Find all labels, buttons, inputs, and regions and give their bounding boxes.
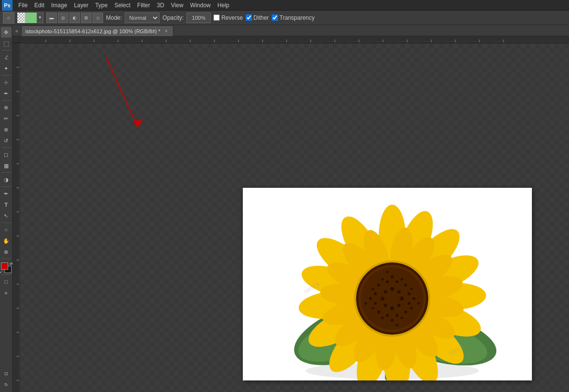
- transparency-checkbox[interactable]: [272, 14, 278, 21]
- reverse-checkbox[interactable]: [213, 14, 220, 21]
- marquee-tool[interactable]: ⬚: [1, 38, 12, 49]
- svg-point-106: [410, 288, 413, 290]
- tab-title: istockphoto-515115854-612x612.jpg @ 100%…: [26, 28, 160, 34]
- menu-layer[interactable]: Layer: [71, 1, 91, 10]
- brush-tool[interactable]: ✏: [1, 113, 12, 124]
- menu-file[interactable]: File: [15, 1, 30, 10]
- tool-sep-7: [1, 222, 11, 223]
- eraser-tool[interactable]: ◻: [1, 149, 12, 160]
- svg-point-92: [396, 314, 398, 317]
- tool-sep-9: [1, 274, 11, 275]
- menu-image[interactable]: Image: [48, 1, 70, 10]
- svg-point-111: [382, 278, 384, 281]
- path-select-tool[interactable]: ↖: [1, 210, 12, 221]
- ps-logo: Ps: [2, 0, 13, 11]
- home-button[interactable]: ⌂: [3, 12, 14, 24]
- document-tab[interactable]: istockphoto-515115854-612x612.jpg @ 100%…: [21, 26, 173, 36]
- menu-window[interactable]: Window: [187, 1, 214, 10]
- svg-point-86: [397, 290, 401, 294]
- reflected-gradient-btn[interactable]: ⊞: [81, 13, 92, 23]
- sunflower-image: istock istock: [243, 188, 532, 380]
- menu-3d[interactable]: 3D: [154, 1, 167, 10]
- svg-point-97: [377, 311, 380, 314]
- tab-scroll-arrow[interactable]: «: [13, 26, 21, 36]
- type-tool[interactable]: T: [1, 199, 12, 210]
- image-canvas: istock istock: [243, 188, 532, 380]
- radial-gradient-btn[interactable]: ◎: [58, 13, 68, 23]
- workspace: « istockphoto-515115854-612x612.jpg @ 10…: [13, 25, 569, 392]
- foreground-color[interactable]: [1, 262, 8, 270]
- tabs-bar: « istockphoto-515115854-612x612.jpg @ 10…: [13, 25, 569, 36]
- svg-marker-37: [133, 120, 143, 128]
- menu-edit[interactable]: Edit: [31, 1, 47, 10]
- svg-line-36: [106, 58, 138, 128]
- menu-select[interactable]: Select: [111, 1, 133, 10]
- gradient-swatch[interactable]: [17, 13, 37, 23]
- svg-point-115: [386, 271, 389, 274]
- tab-close-button[interactable]: ×: [163, 28, 169, 34]
- eyedropper-tool[interactable]: ✒: [1, 88, 12, 99]
- dither-label: Dither: [253, 14, 269, 21]
- options-bar: ⌂ ▼ ▬ ◎ ◐ ⊞ ◇ Mode: Normal Dissolve Mult…: [0, 11, 569, 25]
- tool-sep-5: [1, 172, 11, 173]
- lasso-tool[interactable]: 𝓛: [1, 52, 12, 63]
- history-brush-tool[interactable]: ↺: [1, 135, 12, 146]
- zoom-tool[interactable]: ⊕: [1, 247, 12, 257]
- quick-mask-off[interactable]: □: [1, 276, 12, 287]
- hand-tool[interactable]: ✋: [1, 235, 12, 246]
- move-tool[interactable]: ✥: [1, 27, 12, 38]
- healing-brush-tool[interactable]: ⊕: [1, 102, 12, 113]
- transparency-label: Transparency: [279, 14, 315, 21]
- screen-mode[interactable]: ⊡: [1, 368, 12, 379]
- pen-tool[interactable]: ✒: [1, 188, 12, 199]
- gradient-picker[interactable]: ▼: [17, 13, 43, 23]
- svg-point-102: [391, 319, 394, 322]
- svg-point-87: [384, 290, 387, 294]
- reverse-checkbox-group: Reverse: [213, 14, 243, 21]
- dither-checkbox[interactable]: [246, 14, 252, 21]
- svg-point-82: [390, 306, 394, 310]
- shape-tool[interactable]: ○: [1, 224, 12, 235]
- opacity-label: Opacity:: [162, 14, 184, 21]
- rotate-view[interactable]: ↻: [1, 379, 12, 390]
- gradient-dropdown[interactable]: ▼: [37, 13, 43, 23]
- svg-point-83: [390, 287, 394, 291]
- svg-point-103: [391, 275, 394, 278]
- linear-gradient-btn[interactable]: ▬: [46, 13, 57, 23]
- inner-workspace: istock istock: [13, 43, 569, 392]
- svg-point-107: [372, 288, 374, 290]
- menu-view[interactable]: View: [168, 1, 186, 10]
- ruler-vertical: [13, 43, 20, 392]
- tool-sep-4: [1, 147, 11, 148]
- mode-label: Mode:: [106, 14, 122, 21]
- gradient-tool[interactable]: ▦: [1, 160, 12, 171]
- tool-sep-6: [1, 186, 11, 187]
- angle-gradient-btn[interactable]: ◐: [69, 13, 80, 23]
- svg-point-89: [374, 302, 377, 305]
- ruler-horizontal: [20, 36, 569, 43]
- svg-point-90: [408, 292, 410, 295]
- diamond-gradient-btn[interactable]: ◇: [93, 13, 103, 23]
- reset-colors[interactable]: ↙: [0, 270, 3, 274]
- clone-stamp-tool[interactable]: ⊗: [1, 124, 12, 135]
- magic-wand-tool[interactable]: ✦: [1, 63, 12, 74]
- ruler-v-marks: [13, 43, 20, 392]
- toolbar: ✥ ⬚ 𝓛 ✦ ⊹ ✒ ⊕ ✏ ⊗ ↺ ◻ ▦ ◑ ✒ T ↖: [0, 25, 13, 392]
- svg-point-105: [372, 307, 374, 310]
- menu-help[interactable]: Help: [214, 1, 232, 10]
- color-swatches: ↙ ⇄: [1, 262, 12, 273]
- menubar: Ps File Edit Image Layer Type Select Fil…: [0, 0, 569, 11]
- tool-sep-3: [1, 100, 11, 101]
- svg-point-96: [404, 311, 407, 314]
- quick-mask-on[interactable]: ◈: [1, 287, 12, 298]
- mode-select[interactable]: Normal Dissolve Multiply: [125, 13, 159, 23]
- dodge-tool[interactable]: ◑: [1, 174, 12, 185]
- tool-sep-2: [1, 75, 11, 76]
- menu-type[interactable]: Type: [92, 1, 110, 10]
- crop-tool[interactable]: ⊹: [1, 77, 12, 88]
- ruler-corner: [13, 36, 20, 43]
- opacity-input[interactable]: [186, 13, 211, 23]
- mode-buttons: ▬ ◎ ◐ ⊞ ◇: [46, 13, 103, 23]
- tool-sep-1: [1, 50, 11, 51]
- menu-filter[interactable]: Filter: [134, 1, 153, 10]
